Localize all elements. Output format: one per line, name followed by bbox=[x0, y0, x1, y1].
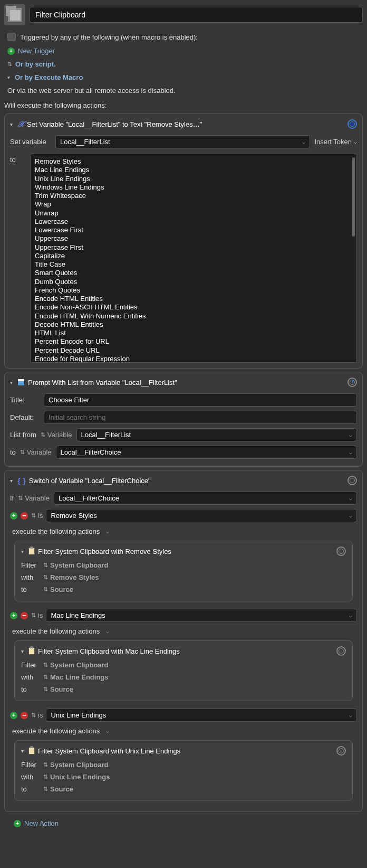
to-label: to bbox=[21, 785, 39, 793]
nested-filter-action[interactable]: ▾ Filter System Clipboard with Remove St… bbox=[14, 541, 353, 601]
case-operator-select[interactable]: ⇅is bbox=[31, 711, 43, 719]
text-line: Encode HTML With Numeric Entities bbox=[35, 312, 352, 320]
case-value-select[interactable]: Remove Styles⌵ bbox=[46, 509, 357, 522]
filter-to-select[interactable]: ⇅Source bbox=[43, 685, 73, 693]
text-line: Lowercase First bbox=[35, 226, 352, 234]
text-line: Title Case bbox=[35, 260, 352, 269]
chevron-down-icon[interactable]: ▾ bbox=[10, 121, 13, 127]
to-label: to bbox=[10, 154, 26, 363]
nested-filter-action[interactable]: ▾ Filter System Clipboard with Mac Line … bbox=[14, 640, 353, 701]
text-line: Encode HTML Entities bbox=[35, 295, 352, 303]
action-switch[interactable]: ▾ { } Switch of Variable "Local__FilterC… bbox=[4, 470, 363, 812]
action-title: Prompt With List from Variable "Local__F… bbox=[28, 379, 177, 386]
insert-token-button[interactable]: Insert Token⌵ bbox=[314, 138, 357, 146]
remove-case-icon[interactable]: − bbox=[21, 712, 28, 719]
brace-icon: { } bbox=[17, 476, 26, 485]
add-case-icon[interactable]: + bbox=[10, 612, 17, 619]
if-type-select[interactable]: ⇅Variable bbox=[18, 494, 50, 502]
action-title: Set Variable "Local__FilterList" to Text… bbox=[27, 120, 202, 128]
chevron-down-icon: ⌵ bbox=[349, 449, 352, 455]
triggers-label: Triggered by any of the following (when … bbox=[20, 33, 198, 41]
web-server-text: Or via the web server but all remote acc… bbox=[7, 87, 176, 95]
new-trigger-link[interactable]: New Trigger bbox=[18, 47, 55, 55]
case-value-select[interactable]: Unix Line Endings⌵ bbox=[46, 709, 357, 722]
if-value-select[interactable]: Local__FilterChoice⌵ bbox=[54, 492, 357, 505]
chevron-down-icon[interactable]: ▾ bbox=[21, 748, 24, 754]
add-action-icon[interactable]: + bbox=[14, 820, 21, 827]
filter-source-select[interactable]: ⇅System Clipboard bbox=[43, 661, 109, 669]
title-label: Title: bbox=[10, 396, 40, 404]
list-from-type-select[interactable]: ⇅Variable bbox=[41, 431, 72, 439]
filter-with-select[interactable]: ⇅Mac Line Endings bbox=[43, 673, 109, 681]
prompt-title-input[interactable]: Choose Filter bbox=[44, 393, 357, 407]
or-by-execute-macro-link[interactable]: Or by Execute Macro bbox=[15, 73, 83, 81]
nested-action-title: Filter System Clipboard with Mac Line En… bbox=[38, 647, 180, 655]
chevron-down-icon[interactable]: ⌵ bbox=[106, 728, 109, 734]
filter-to-select[interactable]: ⇅Source bbox=[43, 785, 73, 793]
filter-with-select[interactable]: ⇅Unix Line Endings bbox=[43, 773, 110, 781]
gear-icon[interactable] bbox=[347, 476, 357, 485]
text-line: Percent Encode for URL bbox=[35, 337, 352, 346]
add-case-icon[interactable]: + bbox=[10, 712, 17, 719]
text-line: Wrap bbox=[35, 200, 352, 209]
text-line: Dumb Quotes bbox=[35, 278, 352, 286]
filter-to-select[interactable]: ⇅Source bbox=[43, 586, 73, 593]
text-line: Unwrap bbox=[35, 209, 352, 218]
chevron-down-icon[interactable]: ▾ bbox=[21, 648, 24, 654]
gear-icon[interactable] bbox=[336, 646, 346, 656]
gear-icon[interactable] bbox=[347, 378, 357, 387]
add-case-icon[interactable]: + bbox=[10, 512, 17, 520]
to-label: to bbox=[10, 448, 16, 456]
to-type-select[interactable]: ⇅Variable bbox=[20, 448, 52, 456]
nested-filter-action[interactable]: ▾ Filter System Clipboard with Unix Line… bbox=[14, 740, 353, 801]
chevron-down-icon[interactable]: ▾ bbox=[10, 380, 13, 385]
text-line: Capitalize bbox=[35, 252, 352, 260]
remove-case-icon[interactable]: − bbox=[21, 512, 28, 520]
case-operator-select[interactable]: ⇅is bbox=[31, 611, 43, 619]
list-from-value-select[interactable]: Local__FilterList⌵ bbox=[76, 428, 357, 441]
gear-icon[interactable] bbox=[336, 546, 346, 556]
variable-text-textarea[interactable]: Remove StylesMac Line EndingsUnix Line E… bbox=[30, 154, 357, 363]
chevron-down-icon: ⌵ bbox=[349, 712, 352, 718]
with-label: with bbox=[21, 773, 39, 781]
case-operator-select[interactable]: ⇅is bbox=[31, 512, 43, 520]
text-line: HTML List bbox=[35, 329, 352, 337]
chevron-down-icon[interactable]: ▾ bbox=[10, 478, 13, 484]
list-icon bbox=[17, 379, 25, 386]
text-line: Smart Quotes bbox=[35, 269, 352, 277]
text-line: Unix Line Endings bbox=[35, 175, 352, 183]
gear-icon[interactable] bbox=[347, 119, 357, 129]
variable-name-select[interactable]: Local__FilterList ⌵ bbox=[55, 135, 310, 148]
text-line: Uppercase First bbox=[35, 243, 352, 252]
to-label: to bbox=[21, 685, 39, 693]
text-line: Trim Whitespace bbox=[35, 192, 352, 200]
case-value-select[interactable]: Mac Line Endings⌵ bbox=[46, 609, 357, 622]
add-trigger-icon[interactable]: + bbox=[7, 48, 15, 55]
prompt-default-input[interactable]: Initial search string bbox=[44, 411, 357, 424]
action-set-variable[interactable]: ▾ 𝒳 Set Variable "Local__FilterList" to … bbox=[4, 114, 363, 369]
macro-title-input[interactable] bbox=[30, 7, 363, 23]
triggers-enabled-checkbox[interactable] bbox=[7, 33, 16, 41]
macro-icon[interactable] bbox=[4, 4, 25, 25]
chevron-down-icon[interactable]: ⌵ bbox=[106, 628, 109, 634]
filter-with-select[interactable]: ⇅Remove Styles bbox=[43, 573, 99, 581]
or-by-script-link[interactable]: Or by script. bbox=[15, 60, 56, 68]
filter-label: Filter bbox=[21, 761, 39, 769]
filter-source-select[interactable]: ⇅System Clipboard bbox=[43, 561, 109, 569]
text-line: Remove Styles bbox=[35, 157, 352, 166]
text-line: Encode Non-ASCII HTML Entities bbox=[35, 303, 352, 312]
filter-source-select[interactable]: ⇅System Clipboard bbox=[43, 761, 109, 769]
chevron-down-icon[interactable]: ⌵ bbox=[106, 529, 109, 534]
action-prompt-with-list[interactable]: ▾ Prompt With List from Variable "Local_… bbox=[4, 372, 363, 467]
text-line: French Quotes bbox=[35, 286, 352, 295]
scrollbar[interactable] bbox=[352, 157, 355, 237]
chevron-down-icon[interactable]: ▾ bbox=[21, 549, 24, 554]
text-line: Decode HTML Entities bbox=[35, 320, 352, 329]
nested-action-title: Filter System Clipboard with Unix Line E… bbox=[38, 747, 180, 755]
remove-case-icon[interactable]: − bbox=[21, 612, 28, 619]
new-action-link[interactable]: New Action bbox=[24, 819, 59, 827]
chevron-down-icon[interactable]: ▾ bbox=[7, 74, 10, 80]
gear-icon[interactable] bbox=[336, 746, 346, 756]
to-value-select[interactable]: Local__FilterChoice⌵ bbox=[56, 446, 357, 459]
text-line: Mac Line Endings bbox=[35, 166, 352, 174]
